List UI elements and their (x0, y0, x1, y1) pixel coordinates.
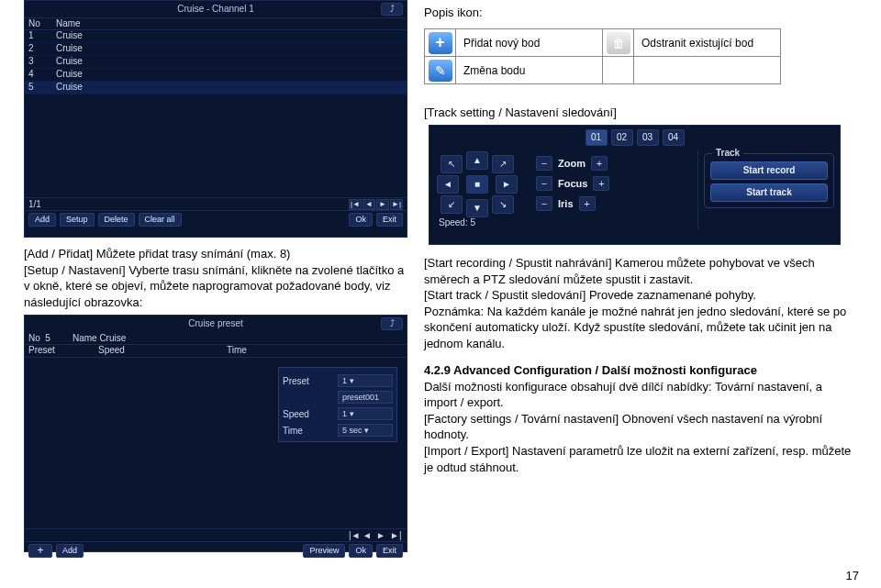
popup-preset-label: Preset (283, 376, 309, 386)
exit-button[interactable]: Exit (376, 213, 403, 227)
track-group: Track Start record Start track (704, 153, 834, 208)
track-column: Track Start record Start track (697, 150, 840, 229)
channel-segments: 01 02 03 04 (429, 129, 840, 146)
legend-text: Změna bodu (456, 57, 603, 84)
ok-button[interactable]: Ok (349, 213, 373, 227)
preset-title: Cruise preset (188, 318, 242, 328)
page-number: 17 (846, 569, 859, 582)
dpad-upright-button[interactable]: ↗ (492, 155, 514, 173)
pencil-icon: ✎ (429, 60, 452, 82)
dpad-left-button[interactable]: ◄ (437, 175, 459, 194)
next-page-button[interactable]: ► (376, 199, 389, 210)
left-text-line1: [Add / Přidat] Můžete přidat trasy snímá… (24, 246, 409, 262)
legend-empty-cell (603, 57, 634, 84)
prev-page-button[interactable]: ◄ (362, 199, 375, 210)
segment-01[interactable]: 01 (585, 129, 608, 146)
preset-pager-row: |◄ ◄ ► ►| (25, 528, 407, 541)
table-row[interactable]: 1Cruise (25, 30, 407, 43)
iris-label: Iris (558, 198, 574, 209)
cruise-preset-panel: Cruise preset ⤴ No 5 Name Cruise Preset … (24, 315, 407, 552)
preset-action-row: + Add Preview Ok Exit (25, 541, 407, 560)
right-p6: [Import / Export] Nastavení parametrů lz… (424, 443, 857, 475)
zoom-plus-button[interactable]: + (591, 156, 608, 171)
dpad-down-button[interactable]: ▼ (466, 199, 488, 217)
right-p5: [Factory settings / Tovární nastavení] O… (424, 411, 857, 443)
last-page-button[interactable]: ►| (390, 530, 403, 541)
ok-button[interactable]: Ok (349, 544, 373, 558)
legend-empty-cell (634, 57, 781, 84)
popup-preset-select[interactable]: 1 ▾ (338, 374, 393, 387)
cruise-pager-row: 1/1 |◄ ◄ ► ►| (25, 197, 407, 210)
iris-plus-button[interactable]: + (579, 196, 596, 211)
trash-icon: 🗑 (607, 32, 630, 54)
dpad-downleft-button[interactable]: ↙ (440, 195, 463, 214)
segment-03[interactable]: 03 (637, 129, 659, 146)
left-text-line2: [Setup / Nastavení] Vyberte trasu snímán… (24, 262, 409, 311)
back-button[interactable]: ⤴ (381, 3, 403, 16)
table-row[interactable]: 4Cruise (25, 69, 407, 82)
cruise-title: Cruise - Channel 1 (177, 4, 253, 14)
add-button[interactable]: Add (28, 213, 56, 227)
cruise-table-header: No Name (25, 17, 407, 30)
zoom-minus-button[interactable]: − (536, 156, 552, 171)
legend-text: Přidat nový bod (456, 29, 603, 57)
popup-time-label: Time (283, 426, 303, 436)
preset-name-label: Name (72, 333, 97, 343)
prev-page-button[interactable]: ◄ (362, 530, 375, 541)
add-preset-button[interactable]: + (28, 544, 52, 558)
first-page-button[interactable]: |◄ (349, 530, 362, 541)
table-row[interactable]: 5Cruise (25, 82, 407, 94)
popup-time-select[interactable]: 5 sec ▾ (338, 424, 393, 437)
legend-table: + Přidat nový bod 🗑 Odstranit existující… (424, 28, 781, 84)
start-record-button[interactable]: Start record (710, 161, 828, 180)
table-row[interactable]: 3Cruise (25, 56, 407, 69)
popup-name-field[interactable]: preset001 (338, 391, 393, 404)
popup-speed-select[interactable]: 1 ▾ (338, 407, 393, 420)
iris-minus-button[interactable]: − (536, 196, 552, 211)
dpad-stop-button[interactable]: ■ (466, 175, 488, 194)
add-button[interactable]: Add (56, 544, 84, 558)
col-no-header: No (25, 18, 52, 29)
preset-col-time: Time (227, 345, 407, 357)
dpad-downright-button[interactable]: ↘ (492, 195, 514, 214)
setup-button[interactable]: Setup (60, 213, 95, 227)
preset-table-header: Preset Speed Time (25, 345, 407, 358)
preset-header: Cruise preset ⤴ (25, 316, 407, 332)
preset-no-label: No (28, 333, 40, 343)
clear-all-button[interactable]: Clear all (139, 213, 182, 227)
plus-icon: + (429, 32, 452, 54)
left-description: [Add / Přidat] Můžete přidat trasy snímá… (24, 246, 409, 310)
focus-plus-button[interactable]: + (593, 176, 609, 191)
legend-text: Odstranit existující bod (634, 29, 781, 57)
table-row[interactable]: 2Cruise (25, 43, 407, 56)
right-p4: Další možnosti konfigurace obsahují dvě … (424, 379, 857, 411)
exit-button[interactable]: Exit (376, 544, 403, 558)
right-p2: [Start track / Spustit sledování] Proved… (424, 287, 857, 304)
dpad-upleft-button[interactable]: ↖ (440, 155, 463, 173)
dpad-up-button[interactable]: ▲ (466, 151, 488, 170)
col-name-header: Name (52, 18, 407, 29)
right-description: [Start recording / Spustit nahrávání] Ka… (424, 255, 857, 475)
zoom-label: Zoom (558, 158, 585, 169)
dpad-right-button[interactable]: ► (496, 175, 518, 194)
preset-table-body: Preset1 ▾ preset001 Speed1 ▾ Time5 sec ▾ (25, 358, 407, 528)
direction-pad: ↖ ▲ ↗ ◄ ■ ► ↙ ▼ ↘ Speed: 5 (429, 150, 532, 229)
start-track-button[interactable]: Start track (710, 183, 828, 202)
segment-02[interactable]: 02 (611, 129, 633, 146)
preview-button[interactable]: Preview (303, 544, 345, 558)
next-page-button[interactable]: ► (376, 530, 389, 541)
delete-button[interactable]: Delete (98, 213, 135, 227)
last-page-button[interactable]: ►| (390, 199, 403, 210)
preset-name-value: Cruise (99, 333, 126, 343)
segment-04[interactable]: 04 (663, 129, 685, 146)
cruise-table-body: 1Cruise 2Cruise 3Cruise 4Cruise 5Cruise (25, 30, 407, 197)
track-setting-heading: [Track setting / Nastavení sledování] (424, 105, 617, 119)
pager: |◄ ◄ ► ►| (349, 199, 403, 210)
preset-back-button[interactable]: ⤴ (381, 317, 403, 330)
focus-minus-button[interactable]: − (536, 176, 552, 191)
back-arrow-icon: ⤴ (390, 1, 395, 17)
icon-legend: Popis ikon: + Přidat nový bod 🗑 Odstrani… (424, 6, 781, 84)
first-page-button[interactable]: |◄ (349, 199, 362, 210)
cruise-action-row: Add Setup Delete Clear all Ok Exit (25, 210, 407, 228)
legend-title: Popis ikon: (424, 6, 781, 19)
